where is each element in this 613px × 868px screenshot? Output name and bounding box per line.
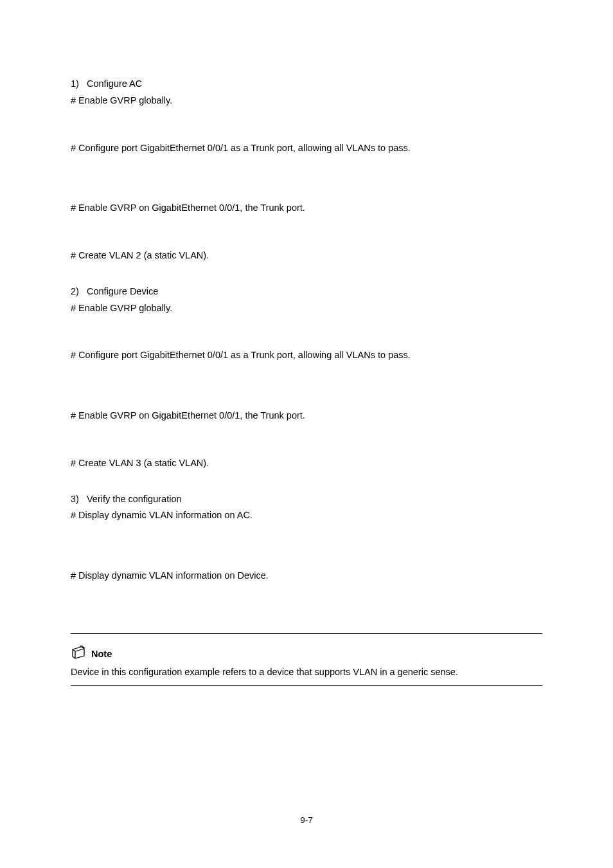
s2-line2: # Configure port GigabitEthernet 0/0/1 a… [71, 348, 542, 363]
s2-line1: # Enable GVRP globally. [71, 302, 542, 316]
note-label: Note [91, 647, 112, 662]
s2-line4: # Create VLAN 3 (a static VLAN). [71, 457, 542, 471]
section-2-number: 2) [71, 286, 79, 296]
s3-line2: # Display dynamic VLAN information on De… [71, 569, 542, 583]
s1-line1: # Enable GVRP globally. [71, 94, 542, 108]
section-1-number: 1) [71, 78, 79, 89]
s3-line1: # Display dynamic VLAN information on AC… [71, 509, 542, 523]
note-icon [71, 646, 87, 664]
note-bottom-rule [71, 685, 542, 686]
note-block: Note Device in this configuration exampl… [71, 633, 542, 687]
section-3-number: 3) [71, 494, 79, 504]
note-body: Device in this configuration example ref… [71, 665, 542, 680]
s2-line3: # Enable GVRP on GigabitEthernet 0/0/1, … [71, 409, 542, 423]
section-2-title: Configure Device [87, 286, 158, 296]
s1-line4: # Create VLAN 2 (a static VLAN). [71, 249, 542, 263]
note-top-rule [71, 633, 542, 634]
section-3-title: Verify the configuration [87, 494, 182, 504]
s1-line3: # Enable GVRP on GigabitEthernet 0/0/1, … [71, 201, 542, 215]
page-number: 9-7 [0, 814, 613, 827]
section-1-heading: 1) Configure AC [71, 77, 542, 91]
section-2-heading: 2) Configure Device [71, 285, 542, 299]
s1-line2: # Configure port GigabitEthernet 0/0/1 a… [71, 141, 542, 156]
section-1-title: Configure AC [87, 78, 142, 89]
section-3-heading: 3) Verify the configuration [71, 493, 542, 507]
